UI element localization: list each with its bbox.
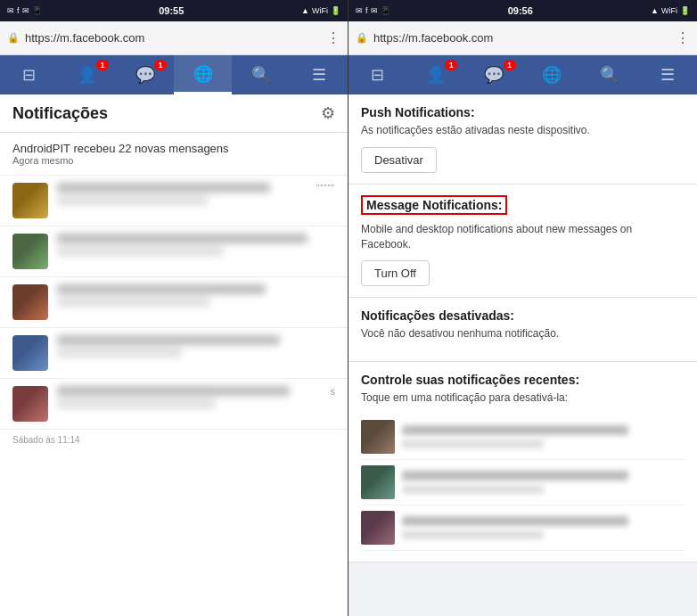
nav-friends-r[interactable]: 👤 1 <box>406 55 464 94</box>
disabled-notifications-section: Notificações desativadas: Você não desat… <box>348 298 697 362</box>
recent-notification-text <box>402 516 685 539</box>
right-signal-icons: ▲ WiFi 🔋 <box>651 6 690 15</box>
left-time: 09:55 <box>159 5 184 16</box>
friends-badge: 1 <box>96 60 109 70</box>
messages-badge: 1 <box>154 60 167 70</box>
left-address-bar[interactable]: 🔒 https://m.facebook.com ⋮ <box>0 21 348 55</box>
nav-globe[interactable]: 🌐 <box>174 55 232 94</box>
settings-gear-icon[interactable]: ⚙ <box>321 103 335 123</box>
hamburger-icon-r: ☰ <box>660 65 675 85</box>
left-status-icons: ✉ f ✉ 📱 <box>7 6 42 15</box>
nav-home[interactable]: ⊟ <box>0 55 58 94</box>
left-phone-panel: ✉ f ✉ 📱 09:55 ▲ WiFi 🔋 🔒 https://m.faceb… <box>0 0 348 616</box>
turn-off-button[interactable]: Turn Off <box>361 260 430 286</box>
fb-icon: f <box>17 6 20 15</box>
notification-text <box>57 284 335 307</box>
messages-icon-r: 💬 <box>484 65 504 85</box>
recent-notification-item[interactable] <box>361 460 685 505</box>
notification-text <box>57 386 322 408</box>
signal-icon: ▲ <box>301 6 309 15</box>
notification-item[interactable] <box>0 226 348 277</box>
battery-icon-r: 🔋 <box>680 6 690 15</box>
disabled-notifications-desc: Você não desativou nenhuma notificação. <box>361 326 685 341</box>
message-notifications-desc: Mobile and desktop notifications about n… <box>361 222 685 252</box>
nav-menu[interactable]: ☰ <box>290 55 348 94</box>
nav-search-r[interactable]: 🔍 <box>581 55 639 94</box>
recent-name-blurred <box>402 425 628 435</box>
right-time: 09:56 <box>508 5 533 16</box>
androidpit-notification[interactable]: AndroidPIT recebeu 22 novas mensagens Ag… <box>0 133 348 176</box>
desativar-button[interactable]: Desativar <box>361 147 437 173</box>
notification-text <box>57 183 308 205</box>
home-icon: ⊟ <box>22 65 36 85</box>
push-notifications-title: Push Notifications: <box>361 105 685 119</box>
msg-icon-r: ✉ <box>356 6 363 15</box>
recent-notification-text <box>402 425 685 448</box>
androidpit-message-text: AndroidPIT recebeu 22 novas mensagens <box>12 142 335 155</box>
page-title: Notificações <box>12 104 108 123</box>
friends-icon: 👤 <box>78 65 97 85</box>
disabled-notifications-title: Notificações desativadas: <box>361 308 685 323</box>
recent-detail-blurred <box>402 485 544 494</box>
settings-content: Push Notifications: As notificações estã… <box>348 94 697 616</box>
recent-avatar <box>361 420 395 454</box>
left-url: https://m.facebook.com <box>25 31 321 45</box>
notification-item[interactable] <box>0 328 348 379</box>
messages-icon: 💬 <box>135 65 155 85</box>
nav-friends[interactable]: 👤 1 <box>58 55 116 94</box>
msg-icon: ✉ <box>7 6 14 15</box>
notification-item[interactable] <box>0 277 348 328</box>
battery-icon: 🔋 <box>331 6 340 15</box>
left-signal-icons: ▲ WiFi 🔋 <box>301 6 340 15</box>
recent-detail-blurred <box>402 530 544 539</box>
avatar <box>12 386 48 422</box>
right-nav-bar: ⊟ 👤 1 💬 1 🌐 🔍 ☰ <box>348 55 697 94</box>
nav-menu-r[interactable]: ☰ <box>639 55 697 94</box>
fb-icon-r: f <box>365 6 368 15</box>
notification-text <box>57 234 335 256</box>
phone-icon-r: 📱 <box>381 6 390 15</box>
avatar <box>12 234 48 269</box>
recent-detail-blurred <box>402 439 544 448</box>
recent-notification-text <box>402 471 685 494</box>
nav-search[interactable]: 🔍 <box>232 55 290 94</box>
lock-icon-r: 🔒 <box>356 32 368 44</box>
left-nav-bar: ⊟ 👤 1 💬 1 🌐 🔍 ☰ <box>0 55 348 94</box>
recent-notifications-desc: Toque em uma notificação para desativá-l… <box>361 390 685 406</box>
more-options-icon-r[interactable]: ⋮ <box>676 29 690 46</box>
avatar <box>12 284 48 320</box>
nav-messages[interactable]: 💬 1 <box>116 55 174 94</box>
notification-item[interactable]: """"" <box>0 176 348 226</box>
nav-messages-r[interactable]: 💬 1 <box>464 55 522 94</box>
globe-icon: 🌐 <box>193 64 213 84</box>
recent-avatar <box>361 511 395 545</box>
recent-notifications-title: Controle suas notificações recentes: <box>361 373 685 387</box>
recent-notification-item[interactable] <box>361 415 685 460</box>
left-status-bar: ✉ f ✉ 📱 09:55 ▲ WiFi 🔋 <box>0 0 348 21</box>
wifi-icon: WiFi <box>312 6 328 15</box>
recent-notifications-list <box>361 415 685 551</box>
bottom-timestamp: Sábado às 11:14 <box>0 430 348 450</box>
notification-item[interactable]: s <box>0 379 348 430</box>
avatar <box>12 335 48 371</box>
nav-globe-r[interactable]: 🌐 <box>523 55 581 94</box>
right-status-icons: ✉ f ✉ 📱 <box>356 6 390 15</box>
messages-badge-r: 1 <box>504 60 516 70</box>
more-options-icon[interactable]: ⋮ <box>326 29 340 46</box>
recent-avatar <box>361 465 395 499</box>
recent-notification-item[interactable] <box>361 505 685 551</box>
recent-notifications-section: Controle suas notificações recentes: Toq… <box>348 362 697 563</box>
signal-icon-r: ▲ <box>651 6 659 15</box>
notifications-header: Notificações ⚙ <box>0 94 348 133</box>
androidpit-message-time: Agora mesmo <box>12 155 335 166</box>
right-phone-panel: ✉ f ✉ 📱 09:56 ▲ WiFi 🔋 🔒 https://m.faceb… <box>348 0 697 616</box>
right-address-bar[interactable]: 🔒 https://m.facebook.com ⋮ <box>348 21 697 55</box>
right-status-bar: ✉ f ✉ 📱 09:56 ▲ WiFi 🔋 <box>348 0 697 21</box>
message-notifications-title: Message Notifications: <box>361 195 507 215</box>
search-icon-r: 🔍 <box>600 65 619 85</box>
friends-badge-r: 1 <box>445 60 457 70</box>
nav-home-r[interactable]: ⊟ <box>348 55 406 94</box>
hamburger-icon: ☰ <box>312 65 326 85</box>
wifi-icon-r: WiFi <box>661 6 677 15</box>
push-notifications-section: Push Notifications: As notificações estã… <box>348 94 697 185</box>
